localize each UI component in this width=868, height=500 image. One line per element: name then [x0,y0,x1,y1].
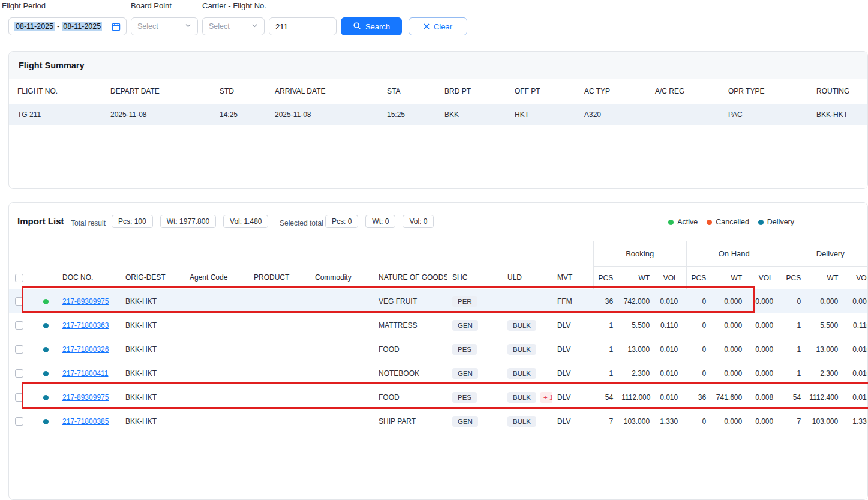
import-row[interactable]: 217-89309975BKK-HKTFOODPESBULK+ 1DLV5411… [9,385,868,409]
metric-cell: 0 [686,337,714,361]
flight-number-field [269,17,337,35]
flight-period-label: Flight Period [2,1,46,10]
date-start-value[interactable]: 08-11-2025 [14,22,55,31]
metric-cell: 0.000 [750,337,782,361]
status-dot [43,299,49,304]
doc-number-link[interactable]: 217-89309975 [62,393,109,402]
clear-button[interactable]: Clear [409,17,467,35]
mvt-cell: DLV [552,313,593,337]
search-button-label: Search [365,22,390,31]
doc-number-link[interactable]: 217-71800363 [62,321,109,330]
carrier-select[interactable]: Select [202,17,265,35]
row-checkbox[interactable] [15,297,23,306]
board-point-label: Board Point [131,1,172,10]
close-icon [424,22,430,31]
status-dot [43,347,49,352]
doc-number-link[interactable]: 217-71800411 [62,369,109,378]
metric-cell: 5.500 [809,313,846,337]
date-end-value[interactable]: 08-11-2025 [62,22,102,31]
shc-cell: GEN [447,313,503,337]
flight-summary-column-header: AC TYP [576,79,647,104]
legend-dot [707,220,712,225]
import-column-header: VOL [750,267,782,289]
board-point-select[interactable]: Select [131,17,198,35]
board-point-placeholder: Select [137,22,158,31]
uld-cell: BULK [503,361,552,385]
select-all-checkbox[interactable] [15,274,23,282]
metric-cell: 1 [782,337,809,361]
metric-cell: 1.330 [658,409,686,433]
import-row[interactable]: 217-89309975BKK-HKTVEG FRUITPERFFM36742.… [9,289,868,313]
shc-badge: GEN [452,416,478,427]
legend-label: Delivery [767,218,794,226]
metric-cell: 36 [593,289,621,313]
selected-total-chips: Pcs: 0Wt: 0Vol: 0 [325,215,434,228]
import-row[interactable]: 217-71800385BKK-HKTSHIP PARTGENBULKDLV71… [9,409,868,433]
import-row[interactable]: 217-71800363BKK-HKTMATTRESSGENBULKDLV15.… [9,313,868,337]
flight-summary-cell: HKT [506,104,576,125]
import-column-header: PRODUCT [249,267,310,289]
orig-dest-cell: BKK-HKT [121,385,185,409]
metric-cell: 1112.000 [621,385,658,409]
commodity-cell [310,385,374,409]
nature-of-goods-cell: SHIP PART [374,409,447,433]
chevron-down-icon [185,22,191,31]
metric-cell: 0.000 [714,289,750,313]
metric-cell: 7 [782,409,809,433]
metric-cell: 2.300 [621,361,658,385]
import-row[interactable]: 217-71800326BKK-HKTFOODPESBULKDLV113.000… [9,337,868,361]
row-checkbox[interactable] [15,345,23,354]
doc-number-link[interactable]: 217-71800326 [62,345,109,354]
row-checkbox[interactable] [15,321,23,330]
flight-summary-column-header: ROUTING [808,79,867,104]
metric-cell: 742.000 [621,289,658,313]
doc-number-link[interactable]: 217-89309975 [62,297,109,306]
flight-summary-cell: A320 [576,104,647,125]
flight-summary-cell [647,104,720,125]
metric-cell: 13.000 [809,337,846,361]
flight-summary-cell: BKK [436,104,506,125]
orig-dest-cell: BKK-HKT [121,337,185,361]
import-list-panel: Import List Total result Pcs: 100Wt: 197… [8,202,868,500]
flight-summary-cell: 2025-11-08 [102,104,211,125]
metric-cell: 0.000 [750,289,782,313]
search-button[interactable]: Search [341,17,402,35]
calendar-icon[interactable] [112,22,121,31]
import-column-header: PCS [593,267,621,289]
import-column-header: Commodity [310,267,374,289]
shc-cell: GEN [447,361,503,385]
metric-cell: 103.000 [809,409,846,433]
product-cell [249,385,310,409]
import-column-header: ULD [503,267,552,289]
import-row[interactable]: 217-71800411BKK-HKTNOTEBOOKGENBULKDLV12.… [9,361,868,385]
metric-cell: 0.000 [714,361,750,385]
metric-cell: 0.010 [658,385,686,409]
flight-summary-column-header: OPR TYPE [720,79,808,104]
flight-period-range-picker[interactable]: 08-11-2025 - 08-11-2025 [8,17,127,35]
row-checkbox[interactable] [15,393,23,402]
flight-summary-column-header: ARRIVAL DATE [266,79,379,104]
row-checkbox[interactable] [15,369,23,378]
metric-cell: 1.330 [846,409,868,433]
flight-summary-cell: 15:25 [379,104,436,125]
shc-badge: GEN [452,368,478,379]
metric-cell: 7 [593,409,621,433]
status-legend: ActiveCancelledDelivery [668,218,794,226]
flight-number-input[interactable] [275,22,330,31]
metric-cell: 2.300 [809,361,846,385]
legend-item: Active [668,218,698,226]
metric-cell: 0.010 [846,337,868,361]
metric-cell: 0.010 [658,289,686,313]
row-checkbox[interactable] [15,417,23,426]
agent-code-cell [185,409,249,433]
commodity-cell [310,409,374,433]
flight-summary-row[interactable]: TG 2112025-11-0814:252025-11-0815:25BKKH… [9,104,867,125]
flight-summary-column-header: OFF PT [506,79,576,104]
metric-cell: 0.110 [658,313,686,337]
doc-number-link[interactable]: 217-71800385 [62,417,109,426]
agent-code-cell [185,313,249,337]
metric-cell: 0.000 [809,289,846,313]
nature-of-goods-cell: NOTEBOOK [374,361,447,385]
mvt-cell: DLV [552,337,593,361]
import-column-header: WT [809,267,846,289]
